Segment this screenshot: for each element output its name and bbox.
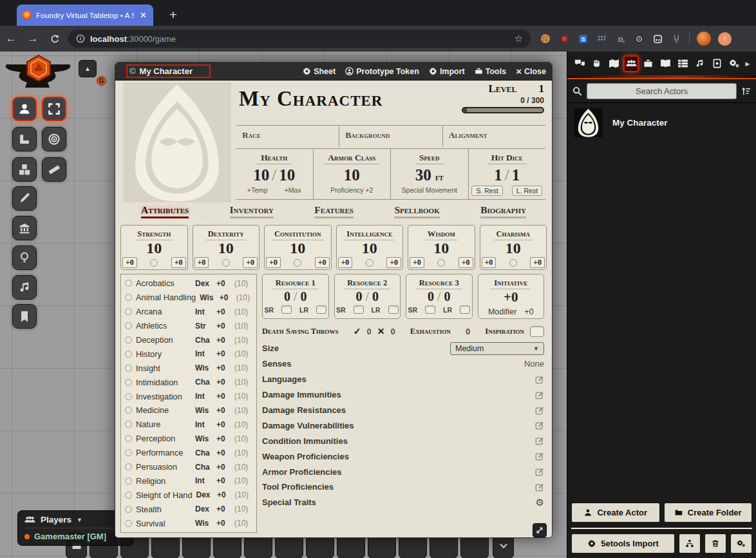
character-portrait[interactable] [123, 82, 231, 202]
lr-checkbox[interactable] [460, 305, 470, 314]
actor-name[interactable]: My Character [612, 118, 668, 128]
sidebar-collapse-icon[interactable]: ▶ [744, 55, 751, 72]
check-icon[interactable]: ✓ [354, 326, 361, 336]
skill-row[interactable]: Intimidation Cha +0 (10) [125, 375, 252, 389]
skill-row[interactable]: Performance Cha +0 (10) [125, 446, 252, 460]
folder-tree-button[interactable] [679, 534, 701, 553]
death-failures[interactable]: 0 [390, 327, 395, 336]
times-icon[interactable]: ✕ [377, 326, 385, 336]
skill-proficiency-radio[interactable] [125, 308, 132, 315]
ability-check-mod[interactable]: +0 [171, 257, 186, 268]
sounds-tool[interactable] [12, 275, 37, 300]
window-header[interactable]: © My Character Sheet Prototype Token Imp… [115, 63, 552, 81]
skill-row[interactable]: Athletics Str +0 (10) [125, 319, 252, 333]
ability-check-mod[interactable]: +0 [243, 257, 258, 268]
lighting-tool[interactable] [12, 245, 37, 270]
edit-icon[interactable] [535, 436, 544, 445]
skill-name[interactable]: Medicine [136, 405, 191, 415]
resource-label[interactable]: Resource 1 [272, 278, 319, 289]
sheet-tab[interactable]: Spellbook [394, 204, 439, 218]
site-info-icon[interactable] [76, 34, 85, 43]
sr-checkbox[interactable] [425, 305, 435, 314]
skill-name[interactable]: Deception [136, 335, 191, 345]
skill-name[interactable]: Religion [136, 476, 191, 486]
armor-class-block[interactable]: Armor Class 10 Proficiency +2 [314, 149, 392, 199]
game-canvas[interactable]: ▲ Players ▼ Gamemaster [GM [0, 52, 756, 558]
edit-icon[interactable] [535, 452, 544, 461]
ability-score[interactable]: 10 [121, 240, 187, 256]
skill-proficiency-radio[interactable] [125, 280, 132, 287]
skill-name[interactable]: Arcana [136, 307, 191, 316]
window-resize-handle[interactable] [533, 523, 547, 537]
actor-row[interactable]: My Character [574, 108, 750, 137]
character-name[interactable]: My Character [239, 87, 383, 111]
edit-icon[interactable] [535, 421, 544, 430]
skill-proficiency-radio[interactable] [125, 294, 132, 301]
health-block[interactable]: Health 10/10 +Temp+Max [236, 149, 314, 199]
resource-max[interactable]: 0 [444, 289, 451, 303]
ac-value[interactable]: 10 [314, 166, 391, 184]
camera-lens-icon[interactable] [633, 33, 645, 44]
configure-button[interactable] [730, 534, 752, 553]
lr-checkbox[interactable] [316, 305, 326, 314]
new-tab-button[interactable]: + [165, 6, 182, 23]
resource-current[interactable]: 0 [428, 289, 434, 303]
skill-row[interactable]: Investigation Int +0 (10) [125, 389, 252, 403]
edit-icon[interactable] [535, 483, 544, 492]
skill-proficiency-radio[interactable] [125, 322, 132, 329]
d-icon[interactable]: D [614, 33, 626, 44]
special-movement-link[interactable]: Special Movement [391, 186, 468, 194]
initiative-value[interactable]: +0 [478, 289, 544, 305]
hit-dice-block[interactable]: Hit Dice 1/1 S. Rest L. Rest [469, 149, 546, 199]
skill-row[interactable]: Persuasion Cha +0 (10) [125, 460, 252, 474]
bookmark-star-icon[interactable]: ☆ [515, 33, 523, 44]
edit-icon[interactable] [535, 390, 544, 399]
skill-name[interactable]: Persuasion [136, 462, 191, 472]
ability-score[interactable]: 10 [408, 240, 475, 256]
profile-avatar[interactable] [697, 32, 711, 46]
skill-row[interactable]: Medicine Wis +0 (10) [125, 403, 252, 418]
skill-proficiency-radio[interactable] [125, 421, 132, 428]
hd-current[interactable]: 1 [494, 166, 502, 184]
notes-tool[interactable] [12, 304, 37, 329]
ability-check-mod[interactable]: +0 [530, 257, 545, 268]
sort-icon[interactable] [741, 86, 751, 96]
hp-temp-label[interactable]: +Temp [247, 186, 268, 194]
skill-proficiency-radio[interactable] [125, 435, 132, 442]
skill-name[interactable]: Nature [136, 419, 191, 429]
skill-proficiency-radio[interactable] [125, 477, 132, 485]
skill-name[interactable]: Athletics [136, 321, 191, 331]
skill-proficiency-radio[interactable] [125, 506, 132, 513]
lr-checkbox[interactable] [388, 305, 399, 314]
ability-score[interactable]: 10 [480, 240, 547, 256]
skill-row[interactable]: Arcana Int +0 (10) [125, 305, 252, 319]
back-icon[interactable]: ← [0, 32, 22, 45]
skill-name[interactable]: Stealth [136, 505, 191, 514]
initiative-modifier[interactable]: +0 [524, 307, 533, 316]
player-row[interactable]: Gamemaster [GM] [24, 532, 126, 541]
initiative-label[interactable]: Initiative [491, 278, 531, 289]
journal-tab[interactable] [657, 55, 673, 72]
scenes-tab[interactable] [606, 55, 621, 72]
skill-row[interactable]: Animal Handling Wis +0 (10) [125, 291, 252, 305]
resource-max[interactable]: 0 [372, 289, 379, 303]
skill-name[interactable]: Acrobatics [136, 278, 191, 288]
inspiration-checkbox[interactable] [530, 326, 544, 337]
measure-ruler-tool[interactable] [42, 157, 66, 182]
level-value[interactable]: 1 [539, 82, 545, 95]
skill-row[interactable]: Stealth Dex +0 (10) [125, 502, 252, 516]
skill-row[interactable]: Insight Wis +0 (10) [125, 361, 252, 375]
resource-current[interactable]: 0 [284, 289, 290, 303]
skill-proficiency-radio[interactable] [125, 365, 132, 372]
skill-proficiency-radio[interactable] [125, 520, 132, 527]
compendium-tab[interactable] [710, 55, 725, 72]
import-button[interactable]: Import [429, 67, 465, 76]
skill-row[interactable]: Acrobatics Dex +0 (10) [125, 276, 252, 291]
document-id-icon[interactable]: © [129, 66, 136, 76]
nav-collapse-button[interactable]: ▲ [79, 60, 97, 77]
tab-close-icon[interactable]: ✕ [138, 10, 148, 20]
ability-score[interactable]: 10 [337, 240, 403, 256]
skill-row[interactable]: Perception Wis +0 (10) [125, 432, 252, 446]
token-tool[interactable] [12, 97, 37, 121]
s-blue-icon[interactable]: S [577, 33, 589, 44]
